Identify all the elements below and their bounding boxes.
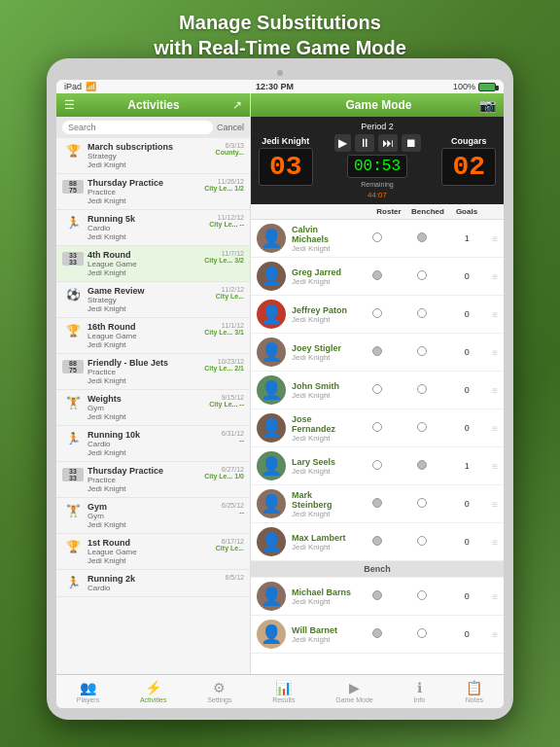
- player-row[interactable]: 👤 Greg Jarred Jedi Knight 0 ≡: [251, 258, 504, 296]
- player-name: Will Barnet: [292, 625, 352, 635]
- tab-info[interactable]: ℹ Info: [407, 678, 431, 705]
- stat-value: [358, 232, 397, 244]
- player-row[interactable]: 👤 Calvin Michaels Jedi Knight 1 ≡: [251, 220, 504, 258]
- activity-details: 16th Round League Game Jedi Knight: [88, 322, 200, 349]
- goals-value: 0: [447, 309, 486, 319]
- activity-sub2: Jedi Knight: [88, 412, 205, 421]
- screen: iPad 📶 12:30 PM 100% ☰ Activities ↗ C: [56, 80, 504, 708]
- activity-name: Thursday Practice: [88, 178, 200, 188]
- tab-game-mode[interactable]: ▶ Game Mode: [330, 678, 379, 705]
- player-row[interactable]: 👤 Jose Fernandez Jedi Knight 0 ≡: [251, 409, 504, 447]
- tab-notes[interactable]: 📋 Notes: [460, 678, 489, 705]
- bench-player-row[interactable]: 👤 Will Barnet Jedi Knight 0 ≡: [251, 616, 504, 654]
- activity-item[interactable]: 🏆 March subscriptions Strategy Jedi Knig…: [56, 138, 250, 174]
- activity-sub2: Jedi Knight: [88, 556, 212, 565]
- drag-handle[interactable]: ≡: [492, 309, 498, 320]
- player-team: Jedi Knight: [292, 434, 352, 443]
- drag-handle[interactable]: ≡: [492, 461, 498, 472]
- bench-label: Bench: [364, 564, 391, 574]
- info-tab-icon: ℹ: [417, 680, 422, 695]
- drag-handle[interactable]: ≡: [492, 271, 498, 282]
- activity-details: Weights Gym Jedi Knight: [88, 394, 205, 421]
- stat-value: [402, 536, 441, 548]
- player-list: 👤 Calvin Michaels Jedi Knight 1 ≡ 👤 Greg…: [251, 220, 504, 674]
- activity-item[interactable]: 🏆 1st Round League Game Jedi Knight 6/17…: [56, 534, 250, 570]
- activity-item[interactable]: 🏋 Gym Gym Jedi Knight 6/25/12 --: [56, 498, 250, 534]
- drag-handle[interactable]: ≡: [492, 233, 498, 244]
- activity-date: 11/12/12 City Le... --: [209, 214, 244, 228]
- stat-value: [402, 232, 441, 244]
- search-input[interactable]: [62, 121, 213, 134]
- activity-item[interactable]: 88 75 Thursday Practice Practice Jedi Kn…: [56, 174, 250, 210]
- drag-handle[interactable]: ≡: [492, 537, 498, 548]
- tab-players[interactable]: 👥 Players: [71, 678, 105, 705]
- player-row[interactable]: 👤 Lary Seels Jedi Knight 1 ≡: [251, 447, 504, 485]
- game-mode-title: Game Mode: [345, 98, 411, 112]
- activity-item[interactable]: 🏃 Running 2k Cardio 6/5/12: [56, 570, 250, 597]
- activity-item[interactable]: 88 75 Friendly - Blue Jets Practice Jedi…: [56, 354, 250, 390]
- drag-handle[interactable]: ≡: [492, 423, 498, 434]
- players-tab-label: Players: [77, 696, 99, 703]
- activity-type-icon: 🏋: [62, 396, 84, 409]
- player-team: Jedi Knight: [292, 391, 352, 400]
- play-button[interactable]: ▶: [334, 134, 351, 152]
- player-team: Jedi Knight: [292, 467, 352, 476]
- activity-item[interactable]: 🏃 Running 10k Cardio Jedi Knight 6/31/12…: [56, 426, 250, 462]
- game mode-tab-icon: ▶: [349, 680, 360, 695]
- next-button[interactable]: ⏭: [378, 134, 398, 152]
- activity-date: 6/3/13 County...: [216, 142, 244, 156]
- tab-results[interactable]: 📊 Results: [266, 678, 300, 705]
- activity-date: 6/25/12 --: [222, 502, 244, 516]
- player-name: Jeffrey Paton: [292, 305, 352, 315]
- benched-col-header: Benched: [408, 207, 447, 216]
- stat-value: [358, 308, 397, 320]
- cancel-button[interactable]: Cancel: [217, 123, 244, 132]
- share-icon[interactable]: ↗: [232, 98, 242, 112]
- player-row[interactable]: 👤 Joey Stigler Jedi Knight 0 ≡: [251, 334, 504, 372]
- pause-button[interactable]: ⏸: [355, 134, 374, 152]
- activity-details: 1st Round League Game Jedi Knight: [88, 538, 212, 565]
- player-team: Jedi Knight: [292, 543, 352, 551]
- drag-handle[interactable]: ≡: [492, 499, 498, 510]
- player-name: Jose Fernandez: [292, 414, 352, 434]
- drag-handle[interactable]: ≡: [492, 385, 498, 396]
- battery-icon: [478, 83, 496, 91]
- timer-display: 00:53: [347, 155, 407, 178]
- player-team: Jedi Knight: [292, 315, 352, 324]
- activity-item[interactable]: 🏆 16th Round League Game Jedi Knight 11/…: [56, 318, 250, 354]
- stop-button[interactable]: ⏹: [402, 134, 421, 152]
- game mode-tab-label: Game Mode: [335, 696, 373, 703]
- video-icon[interactable]: 📷: [479, 97, 496, 113]
- period-label: Period 2: [361, 122, 394, 131]
- settings-tab-icon: ⚙: [213, 680, 226, 695]
- player-info: Lary Seels Jedi Knight: [292, 457, 352, 476]
- tab-settings[interactable]: ⚙ Settings: [201, 678, 237, 705]
- activity-details: Game Review Strategy Jedi Knight: [88, 286, 212, 313]
- activity-item[interactable]: 🏃 Running 5k Cardio Jedi Knight 11/12/12…: [56, 210, 250, 246]
- tab-activities[interactable]: ⚡ Activities: [134, 678, 173, 705]
- activity-item[interactable]: ⚽ Game Review Strategy Jedi Knight 11/2/…: [56, 282, 250, 318]
- drag-handle[interactable]: ≡: [492, 347, 498, 358]
- player-row[interactable]: 👤 Max Lambert Jedi Knight 0 ≡: [251, 523, 504, 561]
- drag-handle[interactable]: ≡: [492, 629, 498, 640]
- player-row[interactable]: 👤 Jeffrey Paton Jedi Knight 0 ≡: [251, 296, 504, 334]
- activity-item[interactable]: 33 33 4th Round League Game Jedi Knight …: [56, 246, 250, 282]
- player-row[interactable]: 👤 John Smith Jedi Knight 0 ≡: [251, 372, 504, 409]
- player-team: Jedi Knight: [292, 244, 352, 253]
- activity-item[interactable]: 33 33 Thursday Practice Practice Jedi Kn…: [56, 462, 250, 498]
- activity-sub2: Jedi Knight: [88, 484, 200, 493]
- bench-player-row[interactable]: 👤 Michael Barns Jedi Knight 0 ≡: [251, 578, 504, 616]
- player-name: Calvin Michaels: [292, 225, 352, 244]
- player-row[interactable]: 👤 Mark Steinberg Jedi Knight 0 ≡: [251, 485, 504, 523]
- notes-tab-icon: 📋: [466, 680, 482, 695]
- results-tab-icon: 📊: [275, 680, 292, 695]
- filter-icon[interactable]: ☰: [64, 98, 75, 112]
- activity-sub2: Jedi Knight: [88, 196, 200, 205]
- activity-item[interactable]: 🏋 Weights Gym Jedi Knight 9/15/12 City L…: [56, 390, 250, 426]
- activity-name: 4th Round: [88, 250, 200, 260]
- drag-handle[interactable]: ≡: [492, 591, 498, 602]
- activity-sub1: League Game: [88, 260, 200, 268]
- wifi-icon: 📶: [86, 82, 96, 91]
- playback-controls: ▶ ⏸ ⏭ ⏹: [334, 134, 421, 152]
- goals-value: 1: [447, 461, 486, 471]
